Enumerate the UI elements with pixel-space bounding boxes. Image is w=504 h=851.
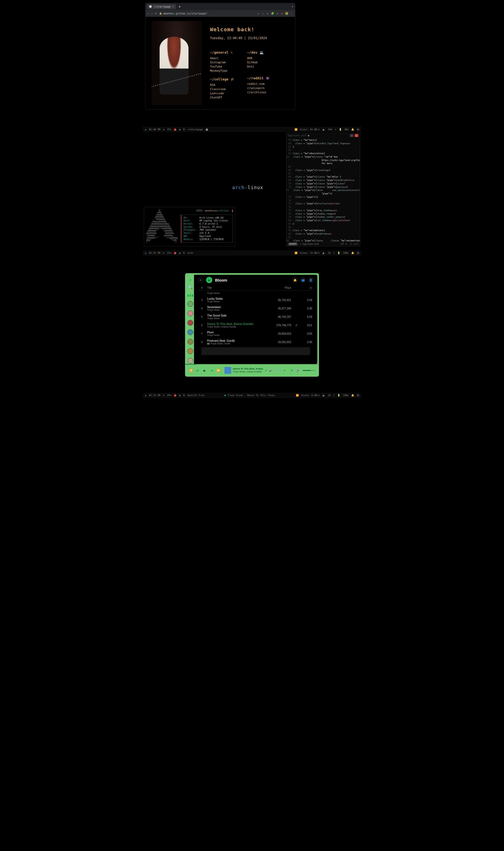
code-line[interactable]: 66 class = "pipe">│ rounding = 5 [286,169,360,172]
workspace-indicator-icon[interactable]: ◉ [179,394,180,396]
app-indicator-icon[interactable]: N [183,394,184,396]
wifi-icon[interactable]: 📶 [294,252,298,254]
volume-icon[interactable]: 🔈 [322,128,325,131]
arch-logo-icon[interactable]: ▲ [145,128,146,131]
link-aur[interactable]: AUR [247,56,270,60]
notification-icon[interactable]: 🔔 [351,252,354,254]
link-unixporn[interactable]: r/unixporn [247,86,270,90]
friend-avatar[interactable] [187,339,193,344]
track-row[interactable]: 4 Seventeen Troye Sivan 45,977,348 3:38 [198,304,314,313]
extension-icon[interactable]: ✴ [266,12,269,15]
progress-bar[interactable] [185,364,319,365]
now-playing-info[interactable]: Dance To This (feat. Ariana Gra Troye Si… [233,368,264,373]
bluetooth-icon[interactable]: ᛒ [334,394,335,396]
shuffle-icon[interactable]: 🔀 [189,369,194,372]
play-album-button[interactable]: ▶ [206,277,212,283]
power-icon[interactable]: ⏻ [357,128,359,131]
repeat-icon[interactable]: 🔁 [216,369,221,372]
lyrics-icon[interactable]: 🔗 [275,369,280,372]
code-line[interactable]: 67 [286,172,360,175]
workspace-indicator-icon[interactable]: ⬤ [174,394,176,396]
code-line[interactable]: 82 [286,226,360,229]
code-line[interactable]: 65 [286,165,360,169]
code-line[interactable]: 78 class = "pipe">│ shadow_range = 4 [286,212,360,216]
workspace-indicator-icon[interactable]: ◉ [179,252,180,254]
volume-slider[interactable] [303,370,315,371]
play-pause-button[interactable]: ▶ [201,367,208,374]
extension-icon[interactable]: 🧩 [271,12,274,15]
close-button[interactable]: ✕ [355,134,358,137]
workspace-indicator-icon[interactable]: ⬤ [174,252,176,254]
spotify-status-icon[interactable]: ● [224,394,226,396]
bluetooth-icon[interactable]: ᛒ [334,252,335,254]
bookmark-icon[interactable]: ☆ [262,12,265,15]
code-line[interactable]: 60 class = "pipe">│ disable_hyprland_log… [286,142,360,145]
extension-icon[interactable]: ⬇ [276,12,279,15]
code-line[interactable]: 77 class = "pipe">│ drop_shadow = yes [286,209,360,212]
devices-icon[interactable]: 🖥 [289,369,294,372]
taskbar-now-playing[interactable]: Troye Sivan - Dance To This (feat… [227,394,276,396]
home-icon[interactable]: ⌂ [189,277,191,282]
volume-icon[interactable]: 🔈 [322,394,325,396]
code-line[interactable]: 86 class = "pipe">│ class = "cm"># Some … [286,239,360,242]
notifications-icon[interactable]: 🔔 [292,277,298,283]
workspace-indicator-icon[interactable]: ⬤ [174,128,176,131]
notification-icon[interactable]: 🔔 [351,128,354,131]
reload-icon[interactable]: ⟳ [155,12,157,15]
wifi-icon[interactable]: 📶 [294,128,298,131]
link-gmail[interactable]: Gmail [210,56,234,60]
link-leetcode[interactable]: Leetcode [210,92,234,95]
track-row[interactable]: 5 The Good Side Troye Sivan 96,743,787 4… [198,313,314,321]
browser-tab[interactable]: ~/startpage × [147,4,176,9]
track-row[interactable]: Troye Sivan [198,290,314,296]
code-line[interactable]: 74 [286,199,360,202]
code-line[interactable]: 76 [286,206,360,209]
search-icon[interactable]: 🔍 [188,285,193,289]
liked-check-icon[interactable]: ✔ [265,369,267,372]
code-line[interactable]: 81} [286,222,360,226]
now-playing-art[interactable] [224,367,231,374]
code-line[interactable]: 73 class = "pipe">│ } [286,195,360,199]
code-line[interactable]: 70 class = "pipe">│ class = "pipe">│ siz… [286,182,360,185]
back-icon[interactable]: ← [147,12,149,15]
workspace-indicator-icon[interactable]: ◉ [179,128,180,131]
link-dsa[interactable]: DSA [210,83,234,87]
back-button[interactable]: ‹ [198,277,203,283]
close-tab-icon[interactable]: × [172,5,174,8]
next-track-icon[interactable]: ⏭ [210,369,214,372]
share-icon[interactable]: ⇪ [257,12,260,15]
forward-icon[interactable]: → [151,12,153,15]
prev-track-icon[interactable]: ⏮ [195,369,200,372]
arch-logo-icon[interactable]: ▲ [145,394,146,396]
code-line[interactable]: 84 class = "pipe">│ enabled = yes [286,232,360,236]
friend-avatar[interactable] [187,320,193,326]
link-monkeytype[interactable]: MonkeyType [210,69,234,72]
code-line[interactable]: 61} [286,145,360,149]
profile-avatar[interactable] [285,12,288,15]
address-bar[interactable]: 🔒 amanhex.github.io/startpage/ [159,12,255,15]
link-dots[interactable]: Dots [247,65,270,68]
queue-icon[interactable]: ≡ [282,369,287,372]
code-line[interactable]: 75 class = "pipe">│ blurls = lockscreen [286,202,360,206]
battery-icon[interactable]: 🔋 [339,128,342,131]
track-row[interactable]: 6 Dance To This (feat. Ariana Grande) Tr… [198,321,314,330]
arch-logo-icon[interactable]: ▲ [145,252,146,254]
link-classroom[interactable]: Classroom [210,87,234,91]
bluetooth-icon[interactable]: ᛒ [335,128,336,131]
code-line[interactable]: 71 class = "pipe">│ class = "pipe">│ pas… [286,185,360,189]
wifi-icon[interactable]: 📶 [296,394,299,396]
friend-avatar[interactable] [187,301,193,307]
link-archlinux[interactable]: r/archlinux [247,91,270,94]
app-indicator-icon[interactable]: N [183,128,184,131]
code-line[interactable]: 63class = "kw">decoration { [286,152,360,155]
volume-icon[interactable]: 🔊 [296,369,301,372]
notification-icon[interactable]: 🔔 [351,394,354,396]
volume-icon[interactable]: 🔈 [322,252,325,254]
link-reddit[interactable]: reddit.com [247,82,270,86]
maximize-button[interactable]: ◻ [350,134,354,137]
track-liked-icon[interactable]: ✔ [291,324,302,327]
code-line[interactable]: 72 class = "pipe">│ class = "pipe">│ new… [286,189,360,195]
friend-avatar[interactable] [187,348,193,354]
friend-avatar[interactable] [187,330,193,335]
new-tab-button[interactable]: + [177,4,182,9]
